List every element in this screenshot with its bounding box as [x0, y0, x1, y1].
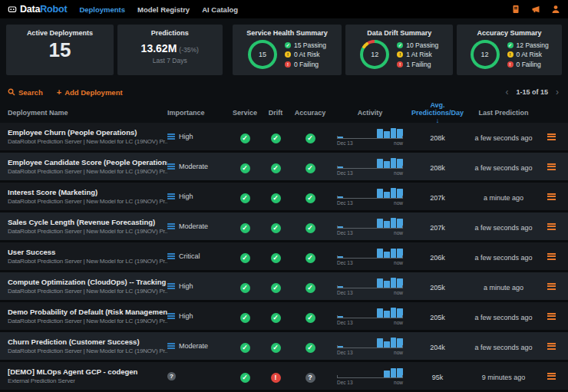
accuracy-status-icon[interactable]: ✓ — [305, 313, 315, 323]
deployment-name[interactable]: Employee Candidate Score (People Operati… — [8, 158, 167, 166]
service-health-donut: 15 — [248, 40, 277, 69]
docs-icon[interactable] — [511, 5, 520, 14]
service-health-summary-card: Service Health Summary 15 ✓15 Passing !0… — [233, 25, 342, 75]
deployment-name-cell: Churn Prediction (Customer Success) Data… — [8, 338, 167, 354]
sort-desc-icon: ↓ — [436, 117, 440, 124]
accuracy-status-icon[interactable]: ✓ — [305, 163, 315, 173]
header-deployment-name[interactable]: Deployment Name — [8, 109, 167, 117]
header-accuracy[interactable]: Accuracy — [290, 109, 330, 117]
next-page-icon[interactable]: › — [554, 88, 560, 96]
accuracy-status-icon[interactable]: ✓ — [305, 283, 315, 293]
importance-icon: ? — [167, 372, 176, 380]
last-prediction-cell: a few seconds ago — [465, 160, 542, 173]
table-row[interactable]: Employee Churn (People Operations) DataR… — [0, 123, 568, 153]
row-menu-icon[interactable] — [547, 283, 556, 290]
drift-status-icon[interactable]: ✓ — [271, 253, 281, 263]
accuracy-status-icon[interactable]: ? — [305, 373, 315, 383]
donut-center-value: 12 — [363, 43, 386, 66]
drift-status-icon[interactable]: ! — [271, 373, 281, 383]
avg-predictions-value: 208k — [430, 164, 445, 172]
header-avg-predictions[interactable]: Avg. Predictions/Day ↓ — [410, 101, 465, 124]
deployment-name[interactable]: Sales Cycle Length (Revenue Forecasting) — [8, 218, 167, 226]
activity-start-label: Dec 13 — [337, 170, 353, 176]
drift-status-icon[interactable]: ✓ — [271, 193, 281, 203]
drift-status-icon[interactable]: ✓ — [271, 223, 281, 233]
table-row[interactable]: [DEMO] MLOps Agent GCP - codegen Externa… — [0, 362, 568, 392]
header-activity[interactable]: Activity — [330, 109, 410, 117]
accuracy-status-icon[interactable]: ✓ — [305, 343, 315, 353]
service-status-icon[interactable]: ✓ — [240, 223, 250, 233]
importance-icon — [167, 283, 175, 289]
legend-at-risk: 0 At Risk — [294, 51, 320, 58]
datarobot-logo[interactable]: DataRobot — [8, 4, 67, 15]
drift-status-icon[interactable]: ✓ — [271, 283, 281, 293]
table-row[interactable]: Sales Cycle Length (Revenue Forecasting)… — [0, 212, 568, 242]
activity-end-label: now — [394, 140, 403, 146]
table-row[interactable]: Employee Candidate Score (People Operati… — [0, 153, 568, 183]
deployment-name[interactable]: User Success — [8, 248, 167, 256]
row-menu-icon[interactable] — [547, 313, 556, 320]
service-status-icon[interactable]: ✓ — [240, 193, 250, 203]
deployment-name[interactable]: Employee Churn (People Operations) — [8, 128, 167, 137]
activity-cell: Dec 13 now — [330, 247, 410, 265]
drift-status-icon[interactable]: ✓ — [271, 163, 281, 173]
service-status-icon[interactable]: ✓ — [240, 133, 250, 143]
header-importance[interactable]: Importance — [167, 109, 229, 117]
table-row[interactable]: Interest Score (Marketing) DataRobot Pre… — [0, 183, 568, 212]
row-menu-icon[interactable] — [547, 223, 556, 230]
service-status-icon[interactable]: ✓ — [240, 313, 250, 323]
activity-start-label: Dec 13 — [337, 200, 353, 206]
importance-cell: Critical — [167, 252, 229, 260]
passing-icon: ✓ — [507, 42, 514, 48]
pagination-range: 1-15 of 15 — [516, 88, 548, 96]
table-row[interactable]: Compute Optimization (CloudOps) -- Track… — [0, 272, 568, 302]
row-menu-icon[interactable] — [547, 253, 556, 260]
service-status-icon[interactable]: ✓ — [240, 343, 250, 353]
card-title: Predictions — [117, 29, 223, 37]
drift-status-icon[interactable]: ✓ — [271, 343, 281, 353]
avg-predictions-cell: 206k — [410, 249, 465, 263]
add-deployment-button[interactable]: + Add Deployment — [57, 88, 123, 97]
nav-item-ai-catalog[interactable]: AI Catalog — [202, 5, 238, 14]
last-prediction-value: a few seconds ago — [474, 134, 532, 142]
deployment-name[interactable]: Compute Optimization (CloudOps) -- Track… — [8, 278, 167, 286]
activity-cell: Dec 13 now — [330, 187, 410, 206]
nav-item-model-registry[interactable]: Model Registry — [137, 5, 190, 14]
nav-item-deployments[interactable]: Deployments — [79, 5, 125, 14]
service-status-icon[interactable]: ✓ — [240, 163, 250, 173]
service-cell: ✓ — [229, 219, 261, 233]
deployment-name-cell: Demo Probability of Default (Risk Manage… — [8, 308, 167, 324]
table-row[interactable]: Demo Probability of Default (Risk Manage… — [0, 302, 568, 332]
row-menu-icon[interactable] — [547, 343, 556, 350]
prev-page-icon[interactable]: ‹ — [504, 88, 510, 96]
user-icon[interactable] — [551, 5, 560, 14]
activity-chart — [337, 247, 403, 258]
deployment-name[interactable]: Churn Prediction (Customer Success) — [8, 338, 167, 346]
accuracy-status-icon[interactable]: ✓ — [305, 133, 315, 143]
service-status-icon[interactable]: ✓ — [240, 253, 250, 263]
search-button[interactable]: Search — [8, 88, 43, 97]
deployment-name[interactable]: [DEMO] MLOps Agent GCP - codegen — [8, 367, 167, 376]
row-menu-icon[interactable] — [547, 163, 556, 170]
deployment-name[interactable]: Demo Probability of Default (Risk Manage… — [8, 308, 167, 316]
row-menu-icon[interactable] — [547, 193, 556, 200]
accuracy-status-icon[interactable]: ✓ — [305, 193, 315, 203]
header-last-prediction[interactable]: Last Prediction — [465, 109, 542, 117]
deployment-name[interactable]: Interest Score (Marketing) — [8, 188, 167, 196]
service-status-icon[interactable]: ✓ — [240, 283, 250, 293]
header-drift[interactable]: Drift — [261, 109, 290, 117]
service-status-icon[interactable]: ✓ — [240, 373, 250, 383]
header-service[interactable]: Service — [229, 109, 261, 117]
accuracy-status-icon[interactable]: ✓ — [305, 223, 315, 233]
drift-status-icon[interactable]: ✓ — [271, 313, 281, 323]
table-row[interactable]: Churn Prediction (Customer Success) Data… — [0, 332, 568, 362]
row-menu-icon[interactable] — [547, 133, 556, 140]
table-row[interactable]: User Success DataRobot Prediction Server… — [0, 242, 568, 272]
deployment-subtitle: DataRobot Prediction Server | New Model … — [8, 138, 167, 145]
row-menu-icon[interactable] — [547, 373, 556, 380]
drift-status-icon[interactable]: ✓ — [271, 133, 281, 143]
accuracy-status-icon[interactable]: ✓ — [305, 253, 315, 263]
megaphone-icon[interactable] — [531, 5, 540, 14]
drift-cell: ✓ — [261, 160, 290, 173]
table-toolbar: Search + Add Deployment ‹ 1-15 of 15 › — [0, 81, 568, 103]
